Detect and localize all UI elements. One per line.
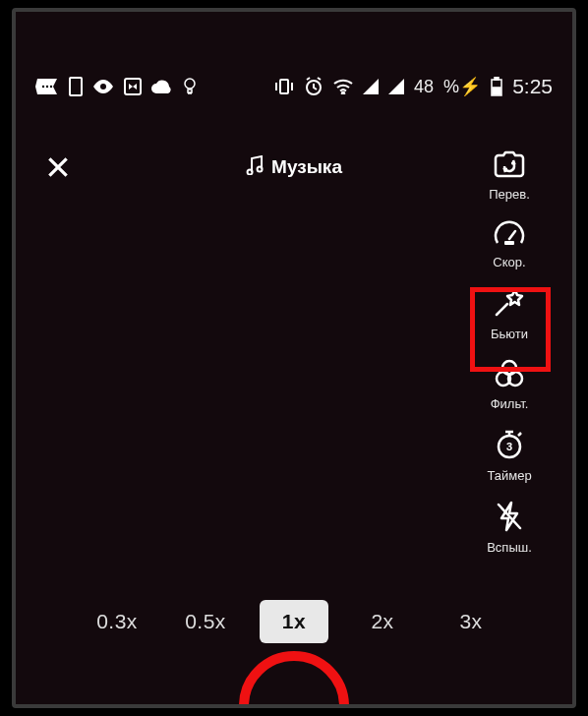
speed-1x[interactable]: 1x — [260, 600, 328, 643]
clock-time: 5:25 — [512, 75, 553, 98]
speedometer-icon — [494, 219, 525, 251]
speed-label: Скор. — [493, 255, 525, 269]
filters-button[interactable]: Фильт. — [476, 359, 543, 411]
add-sound-label: Музыка — [271, 156, 342, 178]
svg-text:3: 3 — [506, 441, 512, 452]
flash-label: Вспыш. — [487, 540, 532, 555]
beauty-button[interactable]: Бьюти — [476, 287, 543, 341]
timer-button[interactable]: 3 Таймер — [476, 429, 543, 483]
flip-camera-label: Перев. — [489, 187, 530, 202]
eye-icon — [92, 80, 114, 93]
speed-0-5x[interactable]: 0.5x — [171, 600, 240, 643]
battery-percent: 48 — [414, 77, 434, 97]
flip-camera-icon — [493, 149, 526, 183]
battery-icon — [491, 77, 502, 96]
svg-point-13 — [248, 169, 253, 174]
record-button[interactable] — [239, 651, 349, 708]
svg-rect-12 — [493, 88, 500, 94]
bulb-icon — [183, 77, 197, 96]
add-sound-button[interactable]: Музыка — [246, 155, 342, 180]
app-close-button[interactable] — [45, 154, 71, 180]
speed-button[interactable]: Скор. — [476, 219, 543, 269]
more-notif-icon — [35, 79, 59, 94]
speed-3x[interactable]: 3x — [437, 600, 505, 643]
speed-0-3x[interactable]: 0.3x — [83, 600, 151, 643]
filters-label: Фильт. — [491, 396, 529, 411]
signal2-icon — [388, 79, 404, 94]
timer-icon: 3 — [494, 429, 525, 464]
beauty-label: Бьюти — [491, 327, 528, 341]
wifi-icon — [333, 79, 353, 94]
flip-camera-button[interactable]: Перев. — [476, 149, 543, 202]
svg-point-9 — [342, 92, 345, 94]
svg-point-2 — [50, 86, 52, 88]
phone-frame: 48 %⚡ 5:25 Музыка — [12, 8, 576, 708]
svg-point-6 — [185, 79, 195, 89]
speed-2x[interactable]: 2x — [348, 600, 417, 643]
flash-off-icon — [496, 501, 523, 536]
svg-rect-3 — [70, 78, 82, 95]
svg-point-14 — [258, 166, 263, 171]
music-note-icon — [246, 155, 264, 180]
speed-selector: 0.3x 0.5x 1x 2x 3x — [16, 600, 572, 643]
device-icon — [69, 77, 83, 96]
svg-rect-15 — [504, 241, 514, 245]
magic-wand-icon — [493, 287, 526, 323]
filters-icon — [494, 359, 525, 392]
svg-point-4 — [100, 84, 106, 90]
svg-rect-7 — [280, 80, 288, 93]
vibrate-icon — [274, 78, 294, 95]
alarm-icon — [304, 77, 323, 96]
signal1-icon — [363, 79, 379, 94]
status-bar: 48 %⚡ 5:25 — [35, 73, 553, 100]
charging-icon: %⚡ — [443, 76, 481, 97]
timer-label: Таймер — [487, 468, 531, 483]
svg-point-0 — [42, 86, 44, 88]
flash-button[interactable]: Вспыш. — [476, 501, 543, 555]
sync-icon — [124, 78, 142, 95]
svg-point-1 — [46, 86, 48, 88]
camera-tools-panel: Перев. Скор. Бьюти — [476, 149, 543, 555]
svg-rect-11 — [495, 78, 499, 81]
cloud-icon — [151, 80, 173, 93]
